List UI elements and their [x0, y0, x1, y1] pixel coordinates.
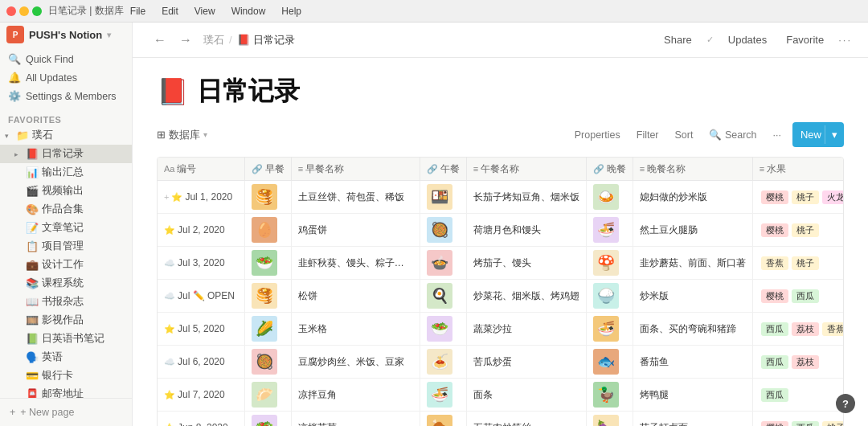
col-header-lunch: 🔗午餐	[420, 158, 466, 181]
sidebar-item-english[interactable]: 🗣️ 英语	[0, 348, 132, 367]
film-icon: 🎞️	[26, 314, 39, 326]
root-label: 璞石	[32, 129, 127, 142]
cell-date: ⭐Jul 7, 2020	[158, 379, 244, 412]
main-content: ← → 璞石 / 📕 日常记录 Share ✓ Updates Favorite…	[133, 23, 868, 426]
cell-dinner-img: 🦆	[586, 379, 633, 412]
cell-fruits: 西瓜荔枝	[752, 346, 844, 379]
cell-dinner-img: 🍜	[586, 313, 633, 346]
sidebar-item-output[interactable]: 📊 输出汇总	[0, 163, 132, 182]
cell-breakfast-name: 凉拌豆角	[291, 379, 420, 412]
table-row[interactable]: ⭐Jul 2, 2020🥚鸡蛋饼🥘荷塘月色和馒头🍜然土豆火腿肠樱桃桃子	[158, 214, 844, 247]
art-icon: 🎨	[26, 203, 39, 215]
date-text: Jul ✏️ OPEN	[178, 290, 235, 301]
minimize-button[interactable]	[19, 6, 29, 16]
view-chevron-icon: ▾	[203, 130, 207, 139]
col-header-lunch-name: ≡午餐名称	[466, 158, 586, 181]
table-row[interactable]: ☁️Jul ✏️ OPEN🥞松饼🍳炒菜花、烟米版、烤鸡翅🍚炒米版樱桃西瓜	[158, 280, 844, 313]
folder-icon: 📁	[16, 129, 29, 141]
cell-lunch-img: 🍝	[420, 346, 466, 379]
table-row[interactable]: ⭐Jul 7, 2020🥟凉拌豆角🍜面条🦆烤鸭腿西瓜	[158, 379, 844, 412]
briefcase-icon: 💼	[26, 259, 39, 271]
sidebar-item-reading[interactable]: 📖 书报杂志	[0, 293, 132, 311]
more-button[interactable]: ···	[838, 34, 852, 46]
breadcrumb-separator: /	[229, 34, 232, 46]
sidebar-item-english-notes[interactable]: 📗 日英语书笔记	[0, 330, 132, 348]
fruit-tag: 樱桃	[761, 421, 788, 427]
grid-icon: ⊞	[157, 129, 166, 141]
new-button-arrow[interactable]: ▾	[825, 125, 844, 144]
fruit-tag: 荔枝	[792, 322, 819, 336]
fruit-tag: 荔枝	[792, 355, 819, 369]
sidebar-item-projects[interactable]: 📋 项目管理	[0, 237, 132, 256]
new-record-button[interactable]: New ▾	[792, 122, 844, 147]
sidebar-item-courses[interactable]: 📚 课程系统	[0, 274, 132, 293]
cell-breakfast-name: 凉拌苦菊	[291, 412, 420, 427]
date-status-icon: ⭐	[171, 192, 182, 203]
sidebar-item-film[interactable]: 🎞️ 影视作品	[0, 311, 132, 330]
sidebar-item-works[interactable]: 🎨 作品合集	[0, 200, 132, 219]
page-icon: 📕	[157, 76, 189, 107]
sidebar-item-articles[interactable]: 📝 文章笔记	[0, 219, 132, 237]
table-row[interactable]: ⭐Jul 5, 2020🌽玉米格🥗蔬菜沙拉🍜面条、买的弯碗和猪蹄西瓜荔枝香蕉	[158, 313, 844, 346]
new-button-label: New	[800, 129, 821, 141]
favorite-button[interactable]: Favorite	[781, 31, 829, 49]
sidebar-item-all-updates[interactable]: 🔔 All Updates	[0, 68, 132, 87]
updates-button[interactable]: Updates	[723, 31, 772, 49]
fruit-tag: 西瓜	[792, 289, 819, 303]
properties-button[interactable]: Properties	[570, 127, 625, 143]
sidebar-item-video[interactable]: 🎬 视频输出	[0, 182, 132, 200]
workspace-chevron: ▾	[107, 31, 111, 39]
back-button[interactable]: ←	[149, 31, 171, 49]
page-title: 日常记录	[197, 74, 300, 109]
cell-lunch-img: 🍱	[420, 181, 466, 214]
cell-date: ☁️Jul 3, 2020	[158, 247, 244, 280]
sidebar-item-address[interactable]: 📮 邮寄地址	[0, 385, 132, 398]
cell-breakfast-name: 韭虾秋葵、馒头、粽子、小米粥	[291, 247, 420, 280]
table-row[interactable]: ⭐Jun 8, 2020🥗凉拌苦菊🍖五花肉炒笋丝🍆茄子打卤面樱桃西瓜桃子莓	[158, 412, 844, 427]
cell-lunch-name: 长茄子烤知豆角、烟米饭	[466, 181, 586, 214]
workspace-selector[interactable]: P PUSH's Notion ▾	[0, 23, 132, 47]
row-add-icon[interactable]: +	[164, 192, 169, 202]
cell-dinner-name: 番茄鱼	[633, 346, 752, 379]
chart-icon: 📊	[26, 166, 39, 178]
sidebar-item-bank[interactable]: 💳 银行卡	[0, 367, 132, 385]
new-page-button[interactable]: + + New page	[8, 403, 124, 421]
maximize-button[interactable]	[32, 6, 42, 16]
fruit-tag: 桃子	[792, 256, 819, 270]
cell-breakfast-name: 松饼	[291, 280, 420, 313]
date-status-icon: ☁️	[164, 357, 175, 367]
search-icon: 🔍	[8, 53, 21, 65]
close-button[interactable]	[6, 6, 16, 16]
date-text: Jul 2, 2020	[178, 224, 225, 236]
menu-help[interactable]: Help	[278, 4, 305, 18]
breadcrumb-root[interactable]: 璞石	[203, 33, 224, 47]
sidebar-item-settings[interactable]: ⚙️ Settings & Members	[0, 87, 132, 105]
cell-date: +⭐Jul 1, 2020	[158, 181, 244, 214]
share-button[interactable]: Share	[659, 31, 697, 49]
sidebar-item-root[interactable]: ▾ 📁 璞石	[0, 126, 132, 145]
sidebar-item-daily[interactable]: ▸ 📕 日常记录	[0, 145, 132, 163]
new-page-label: + New page	[20, 407, 74, 418]
table-row[interactable]: +⭐Jul 1, 2020🥞土豆丝饼、荷包蛋、稀饭🍱长茄子烤知豆角、烟米饭🍛媳妇…	[158, 181, 844, 214]
menu-view[interactable]: View	[191, 4, 219, 18]
window-controls[interactable]	[6, 6, 42, 16]
help-button[interactable]: ?	[836, 394, 855, 413]
menu-edit[interactable]: Edit	[158, 4, 182, 18]
sort-button[interactable]: Sort	[670, 127, 698, 143]
cell-date: ☁️Jul 6, 2020	[158, 346, 244, 379]
breadcrumb-current: 📕 日常记录	[237, 33, 295, 47]
table-row[interactable]: ☁️Jul 3, 2020🥗韭虾秋葵、馒头、粽子、小米粥🍲烤茄子、馒头🍄韭炒蘑菇…	[158, 247, 844, 280]
col-header-id: Aa编号	[158, 158, 244, 181]
db-view-button[interactable]: ⊞ 数据库 ▾	[157, 128, 207, 142]
fruit-tag: 西瓜	[761, 388, 788, 402]
menu-file[interactable]: File	[127, 4, 149, 18]
cell-fruits: 香蕉桃子	[752, 247, 844, 280]
sidebar-item-design[interactable]: 💼 设计工作	[0, 256, 132, 274]
sidebar-item-quick-find[interactable]: 🔍 Quick Find	[0, 50, 132, 68]
forward-button[interactable]: →	[174, 31, 197, 49]
db-more-button[interactable]: ···	[768, 127, 786, 143]
filter-button[interactable]: Filter	[632, 127, 664, 143]
table-row[interactable]: ☁️Jul 6, 2020🥘豆腐炒肉丝、米饭、豆家🍝苦瓜炒蛋🐟番茄鱼西瓜荔枝	[158, 346, 844, 379]
menu-window[interactable]: Window	[228, 4, 269, 18]
search-button[interactable]: 🔍 Search	[704, 126, 761, 143]
